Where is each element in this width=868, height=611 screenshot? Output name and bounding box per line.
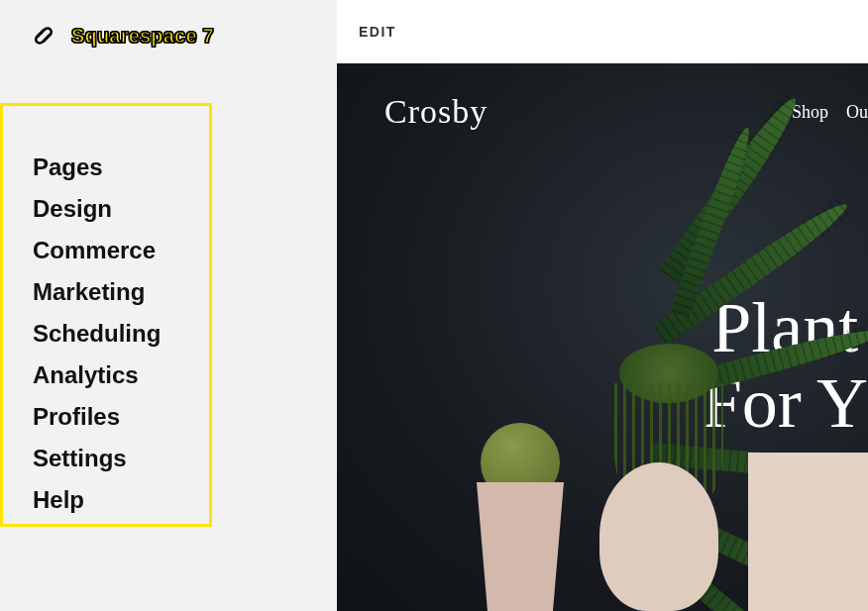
nav-item-help[interactable]: Help — [33, 486, 209, 514]
nav-item-commerce[interactable]: Commerce — [33, 237, 209, 264]
nav-item-design[interactable]: Design — [33, 195, 209, 223]
planter-3 — [748, 453, 868, 611]
preview-toolbar: EDIT — [337, 0, 868, 63]
planter-2 — [599, 462, 718, 611]
squarespace-logo-icon — [30, 22, 57, 50]
nav-item-analytics[interactable]: Analytics — [33, 361, 209, 389]
hero-plants-illustration — [337, 354, 868, 611]
nav-item-pages[interactable]: Pages — [33, 153, 209, 181]
annotation-label: Squarespace 7 — [71, 25, 214, 48]
site-nav-ourstory[interactable]: Ou — [846, 102, 868, 123]
nav-item-scheduling[interactable]: Scheduling — [33, 320, 209, 348]
site-preview-panel: EDIT Crosby Shop Ou Plant For Y — [337, 0, 868, 611]
site-preview-frame[interactable]: Crosby Shop Ou Plant For Y — [337, 63, 868, 611]
main-nav-highlight-box: Pages Design Commerce Marketing Scheduli… — [0, 103, 212, 527]
edit-button[interactable]: EDIT — [359, 24, 396, 40]
nav-item-marketing[interactable]: Marketing — [33, 278, 209, 306]
nav-item-settings[interactable]: Settings — [33, 445, 209, 472]
nav-item-profiles[interactable]: Profiles — [33, 403, 209, 431]
planter-1 — [466, 482, 575, 611]
admin-sidebar: Squarespace 7 Pages Design Commerce Mark… — [0, 0, 337, 611]
app-root: Squarespace 7 Pages Design Commerce Mark… — [0, 0, 868, 611]
logo-row: Squarespace 7 — [30, 22, 214, 50]
site-title[interactable]: Crosby — [384, 93, 488, 131]
